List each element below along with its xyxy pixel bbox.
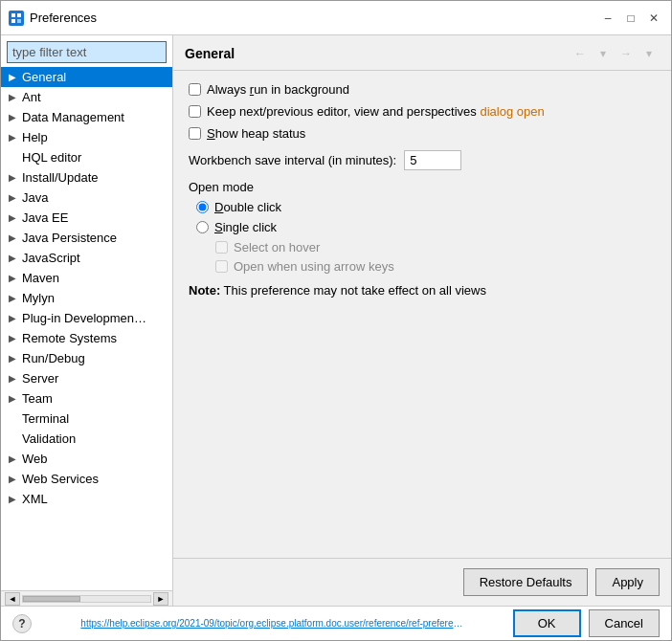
sidebar-item-label: Remote Systems [22, 331, 117, 345]
scroll-right-button[interactable]: ► [153, 592, 168, 606]
sidebar: ▶General▶Ant▶Data Management▶HelpHQL edi… [1, 35, 173, 606]
horizontal-scrollbar[interactable]: ◄ ► [1, 590, 172, 606]
note-prefix: Note: [189, 283, 220, 298]
url-link[interactable]: https://help.eclipse.org/2021-09/topic/o… [80, 618, 463, 629]
chevron-icon: ▶ [9, 273, 18, 283]
open-arrow-keys-checkbox[interactable] [215, 260, 228, 273]
main-content: ▶General▶Ant▶Data Management▶HelpHQL edi… [1, 35, 671, 606]
sidebar-item-hql-editor[interactable]: HQL editor [1, 147, 172, 167]
nav-forward-button[interactable]: → [616, 43, 637, 64]
sidebar-item-javascript[interactable]: ▶JavaScript [1, 248, 172, 268]
always-run-bg-row: Always run in background [189, 82, 656, 97]
minimize-button[interactable]: – [598, 9, 617, 28]
sidebar-item-web[interactable]: ▶Web [1, 449, 172, 469]
sidebar-item-general[interactable]: ▶General [1, 67, 172, 87]
nav-back-button[interactable]: ← [570, 43, 591, 64]
always-run-bg-checkbox[interactable] [189, 83, 201, 96]
workbench-save-label: Workbench save interval (in minutes): [189, 153, 396, 167]
chevron-icon: ▶ [9, 293, 18, 303]
title-bar: Preferences – □ ✕ [1, 1, 671, 35]
sidebar-item-java[interactable]: ▶Java [1, 188, 172, 208]
panel-body: Always run in background Keep next/previ… [173, 71, 671, 558]
sidebar-item-java-ee[interactable]: ▶Java EE [1, 208, 172, 228]
sidebar-item-data-management[interactable]: ▶Data Management [1, 107, 172, 127]
scroll-left-button[interactable]: ◄ [5, 592, 20, 606]
apply-button[interactable]: Apply [595, 568, 660, 596]
sub-options: Select on hover Open when using arrow ke… [189, 240, 656, 274]
sidebar-item-label: HQL editor [22, 150, 81, 165]
sidebar-item-label: Web Services [22, 472, 99, 486]
chevron-icon: ▶ [9, 393, 18, 404]
chevron-icon: ▶ [9, 172, 18, 183]
sidebar-item-team[interactable]: ▶Team [1, 388, 172, 409]
sidebar-item-label: Mylyn [22, 291, 55, 305]
double-click-radio[interactable] [196, 201, 209, 213]
chevron-icon: ▶ [9, 212, 18, 223]
sidebar-item-label: Java EE [22, 210, 68, 225]
sidebar-item-label: Team [22, 391, 53, 406]
keep-next-prev-row: Keep next/previous editor, view and pers… [189, 104, 656, 119]
keep-next-prev-checkbox[interactable] [189, 105, 201, 118]
bottom-bar: ? https://help.eclipse.org/2021-09/topic… [1, 606, 671, 640]
svg-rect-2 [11, 19, 15, 23]
window-icon [9, 11, 24, 26]
chevron-icon: ▶ [9, 313, 18, 323]
double-click-row: Double click [189, 200, 656, 214]
sidebar-item-plug-in-development[interactable]: ▶Plug-in Developmen… [1, 308, 172, 328]
chevron-icon: ▶ [9, 72, 18, 82]
sidebar-item-label: General [22, 70, 66, 84]
sidebar-item-server[interactable]: ▶Server [1, 368, 172, 388]
sidebar-item-web-services[interactable]: ▶Web Services [1, 469, 172, 489]
sidebar-item-label: Terminal [22, 411, 69, 426]
right-panel: General ← ▾ → ▾ Always run in background [173, 35, 671, 606]
sidebar-item-validation[interactable]: Validation [1, 429, 172, 449]
keep-next-prev-label: Keep next/previous editor, view and pers… [207, 104, 545, 119]
sidebar-item-label: Ant [22, 90, 41, 104]
svg-rect-0 [11, 13, 15, 17]
always-run-bg-label: Always run in background [207, 82, 349, 97]
show-heap-row: Show heap status [189, 126, 656, 141]
sidebar-item-remote-systems[interactable]: ▶Remote Systems [1, 328, 172, 348]
scroll-track[interactable] [22, 595, 151, 603]
sidebar-item-label: Java Persistence [22, 231, 117, 245]
maximize-button[interactable]: □ [621, 9, 640, 28]
bottom-buttons: OK Cancel [513, 609, 660, 637]
filter-input[interactable] [7, 41, 167, 63]
select-on-hover-label: Select on hover [234, 240, 320, 254]
sidebar-item-label: Validation [22, 431, 76, 446]
sidebar-item-xml[interactable]: ▶XML [1, 489, 172, 509]
sidebar-item-label: Data Management [22, 110, 124, 124]
chevron-icon: ▶ [9, 192, 18, 203]
sidebar-item-mylyn[interactable]: ▶Mylyn [1, 288, 172, 308]
select-on-hover-checkbox[interactable] [215, 241, 228, 254]
chevron-icon: ▶ [9, 112, 18, 122]
chevron-icon: ▶ [9, 333, 18, 343]
scroll-thumb[interactable] [23, 596, 80, 602]
sidebar-item-ant[interactable]: ▶Ant [1, 87, 172, 107]
sidebar-item-maven[interactable]: ▶Maven [1, 268, 172, 288]
sidebar-item-label: Web [22, 452, 48, 466]
nav-forward-dropdown[interactable]: ▾ [638, 43, 660, 64]
panel-title: General [185, 46, 235, 61]
sidebar-item-install-update[interactable]: ▶Install/Update [1, 167, 172, 188]
sidebar-item-run-debug[interactable]: ▶Run/Debug [1, 348, 172, 368]
cancel-button[interactable]: Cancel [589, 609, 660, 637]
sidebar-item-label: Java [22, 190, 48, 205]
single-click-radio[interactable] [196, 221, 209, 233]
show-heap-checkbox[interactable] [189, 127, 201, 140]
chevron-icon: ▶ [9, 453, 18, 464]
ok-button[interactable]: OK [513, 609, 581, 637]
workbench-save-input[interactable] [404, 150, 461, 170]
filter-box [7, 41, 167, 63]
sidebar-item-java-persistence[interactable]: ▶Java Persistence [1, 228, 172, 248]
help-button[interactable]: ? [12, 614, 32, 633]
sidebar-item-terminal[interactable]: Terminal [1, 409, 172, 429]
sidebar-item-label: Help [22, 130, 48, 144]
sidebar-item-label: Run/Debug [22, 351, 85, 365]
sidebar-item-help[interactable]: ▶Help [1, 127, 172, 147]
close-button[interactable]: ✕ [644, 9, 663, 28]
double-click-label: Double click [214, 200, 281, 214]
nav-back-dropdown[interactable]: ▾ [593, 43, 614, 64]
restore-defaults-button[interactable]: Restore Defaults [463, 568, 589, 596]
tree-container: ▶General▶Ant▶Data Management▶HelpHQL edi… [1, 67, 172, 590]
